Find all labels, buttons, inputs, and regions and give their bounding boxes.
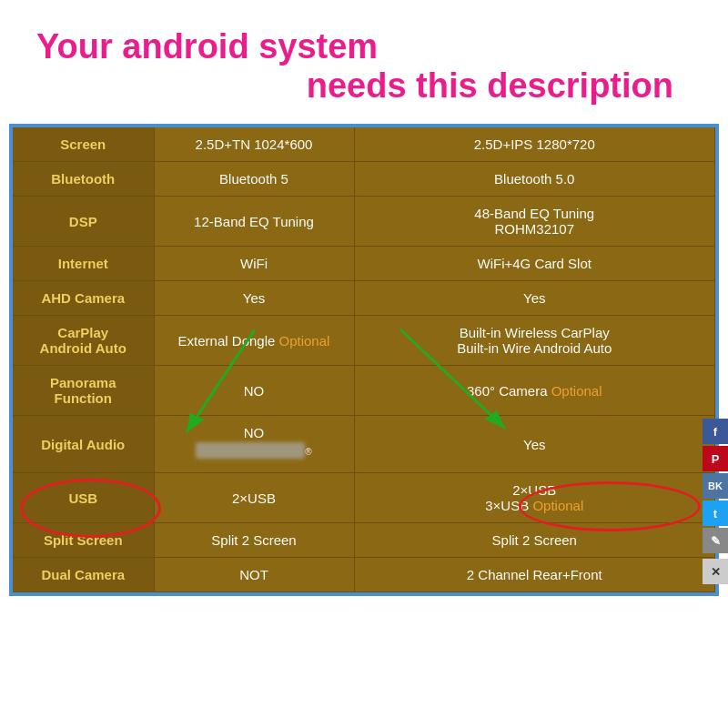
comparison-table: Screen 2.5D+TN 1024*600 2.5D+IPS 1280*72… [13,127,715,592]
data-cell: 12-Band EQ Tuning [154,197,354,247]
facebook-button[interactable]: f [703,419,728,444]
table-row: Dual Camera NOT 2 Channel Rear+Front [13,558,715,592]
vk-button[interactable]: BK [703,473,728,499]
data-cell: Yes [354,281,715,316]
table-row: Split Screen Split 2 Screen Split 2 Scre… [13,523,715,558]
table-row: USB 2×USB 2×USB3×USB Optional [13,473,715,523]
label-cell: Digital Audio [13,416,154,473]
comparison-table-container: Screen 2.5D+TN 1024*600 2.5D+IPS 1280*72… [9,124,719,596]
data-cell: NO® [154,416,354,473]
optional-label: Optional [551,383,602,399]
label-cell: AHD Camera [13,281,154,316]
close-button[interactable]: ✕ [703,559,728,584]
table-row: AHD Camera Yes Yes [13,281,715,316]
logo-blurred [196,442,305,459]
header-line1: Your android system [36,27,692,66]
data-cell: Bluetooth 5 [154,162,354,197]
table-row: Screen 2.5D+TN 1024*600 2.5D+IPS 1280*72… [13,127,715,162]
table-row: CarPlayAndroid Auto External Dongle Opti… [13,316,715,366]
data-cell: Built-in Wireless CarPlayBuilt-in Wire A… [354,316,715,366]
label-cell: Dual Camera [13,558,154,592]
data-cell: 2×USB3×USB Optional [354,473,715,523]
label-cell: USB [13,473,154,523]
social-bar: f P BK t ✎ ✕ [703,419,728,584]
data-cell: 2.5D+IPS 1280*720 [354,127,715,162]
label-cell: DSP [13,197,154,247]
table-row: PanoramaFunction NO 360° Camera Optional [13,366,715,416]
data-cell: 360° Camera Optional [354,366,715,416]
page-wrapper: Your android system needs this descripti… [0,0,728,728]
table-row: Internet WiFi WiFi+4G Card Slot [13,247,715,281]
data-cell: Yes [354,416,715,473]
data-cell: Yes [154,281,354,316]
data-cell: NO [154,366,354,416]
data-cell: WiFi+4G Card Slot [354,247,715,281]
pinterest-button[interactable]: P [703,446,728,471]
table-row: Digital Audio NO® Yes [13,416,715,473]
data-cell: 48-Band EQ TuningROHM32107 [354,197,715,247]
label-cell: Bluetooth [13,162,154,197]
twitter-button[interactable]: t [703,500,728,526]
data-cell: Split 2 Screen [354,523,715,558]
label-cell: Screen [13,127,154,162]
edit-button[interactable]: ✎ [703,528,728,553]
header-line2: needs this description [36,66,692,106]
data-cell: External Dongle Optional [154,316,354,366]
data-cell: Split 2 Screen [154,523,354,558]
optional-label: Optional [532,498,583,513]
label-cell: CarPlayAndroid Auto [13,316,154,366]
label-cell: Internet [13,247,154,281]
data-cell: 2×USB [154,473,354,523]
optional-label: Optional [279,333,330,349]
data-cell: 2.5D+TN 1024*600 [154,127,354,162]
data-cell: WiFi [154,247,354,281]
table-row: Bluetooth Bluetooth 5 Bluetooth 5.0 [13,162,715,197]
data-cell: Bluetooth 5.0 [354,162,715,197]
header-section: Your android system needs this descripti… [0,0,728,124]
data-cell: 2 Channel Rear+Front [354,558,715,592]
label-cell: Split Screen [13,523,154,558]
data-cell: NOT [154,558,354,592]
label-cell: PanoramaFunction [13,366,154,416]
table-row: DSP 12-Band EQ Tuning 48-Band EQ TuningR… [13,197,715,247]
